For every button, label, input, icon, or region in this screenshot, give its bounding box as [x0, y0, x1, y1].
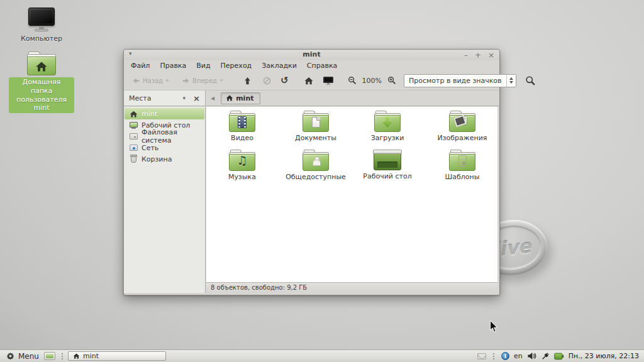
file-item-label: Музыка [207, 173, 277, 181]
stop-button[interactable] [260, 75, 274, 87]
menu-file[interactable]: Файл [131, 62, 150, 70]
music-note-icon: ♫ [228, 153, 256, 167]
location-button-home[interactable]: mint [221, 92, 260, 104]
templates-folder-icon: a [448, 150, 476, 171]
volume-icon[interactable] [527, 352, 536, 360]
file-item-label: Рабочий стол [352, 172, 423, 180]
desktop-icon-label: Домашняя папка пользователя mint [9, 77, 74, 113]
file-item-label: Общедоступные [280, 173, 351, 181]
update-manager-icon[interactable]: i [501, 352, 509, 360]
home-button[interactable] [301, 75, 316, 87]
back-button[interactable]: Назад [129, 75, 172, 87]
home-icon [73, 353, 80, 359]
mouse-cursor [489, 321, 499, 333]
menu-bar: Файл Правка Вид Переход Закладки Справка [124, 60, 499, 71]
title-bar[interactable]: ▾ mint – + × [124, 50, 499, 60]
places-title: Места [129, 94, 183, 102]
file-item-music[interactable]: ♫ Музыка [207, 150, 277, 181]
file-item-documents[interactable]: Документы [280, 111, 351, 142]
menu-edit[interactable]: Правка [160, 62, 186, 70]
network-icon[interactable] [541, 352, 550, 361]
close-button[interactable]: × [488, 52, 494, 59]
file-view[interactable]: Видео Документы Загрузки Изображения ♫ [206, 107, 497, 282]
view-mode-selector[interactable]: Просмотр в виде значков [404, 74, 516, 87]
places-sidebar: mint Рабочий стол Файловая система Сеть … [124, 107, 206, 293]
desktop-icon-home-folder[interactable]: Домашняя папка пользователя mint [9, 52, 74, 113]
menu-view[interactable]: Вид [196, 62, 210, 70]
path-bar: ◀ mint [206, 90, 499, 106]
refresh-button[interactable]: ↺ [278, 75, 291, 87]
menu-gear-icon [6, 352, 14, 360]
file-item-label: Изображения [427, 134, 497, 142]
file-item-label: Шаблоны [427, 173, 497, 181]
sidebar-item-label: mint [142, 110, 157, 118]
music-folder-icon: ♫ [228, 150, 256, 171]
home-folder-icon [26, 52, 57, 75]
menu-help[interactable]: Справка [307, 62, 337, 70]
places-header: Места ▾ × [124, 90, 206, 106]
home-icon [226, 94, 233, 102]
desktop-icon-label: Компьютер [9, 35, 74, 43]
header-row: Места ▾ × ◀ mint [124, 90, 499, 106]
places-collapse-icon[interactable]: ▾ [183, 95, 186, 101]
file-item-public[interactable]: Общедоступные [280, 150, 351, 181]
zoom-out-icon [348, 76, 357, 85]
menu-go[interactable]: Переход [221, 62, 252, 70]
file-item-label: Документы [280, 134, 351, 142]
sidebar-item-mint[interactable]: mint [125, 108, 204, 119]
maximize-button[interactable]: + [475, 52, 481, 59]
search-icon [525, 75, 536, 86]
places-close-icon[interactable]: × [193, 94, 200, 103]
network-icon [129, 144, 138, 152]
forward-label: Вперед [192, 77, 217, 84]
messages-tray-icon[interactable] [477, 353, 486, 359]
sidebar-item-label: Файловая система [142, 128, 204, 145]
keyboard-layout-indicator[interactable]: en [514, 352, 523, 360]
video-folder-icon [228, 111, 256, 132]
public-folder-icon [302, 150, 330, 171]
file-item-downloads[interactable]: Загрузки [352, 111, 423, 142]
path-scroll-left-icon[interactable]: ◀ [211, 96, 214, 101]
documents-folder-icon [302, 111, 330, 132]
back-dropdown-icon[interactable] [165, 78, 170, 83]
zoom-in-icon [387, 76, 396, 85]
zoom-out-button[interactable] [345, 75, 359, 86]
minimize-button[interactable]: – [464, 52, 468, 59]
file-item-desktop[interactable]: Рабочий стол [352, 150, 423, 180]
mint-menu-button[interactable]: Menu [0, 350, 44, 362]
computer-button[interactable] [320, 75, 336, 87]
view-mode-spinner[interactable] [506, 75, 516, 87]
taskbar-window-button[interactable]: mint [68, 351, 166, 361]
menu-bookmarks[interactable]: Закладки [262, 62, 297, 70]
forward-arrow-icon [181, 76, 191, 85]
sidebar-item-trash[interactable]: Корзина [125, 153, 204, 165]
toolbar: Назад Вперед ↺ 100% [124, 71, 499, 90]
clock[interactable]: Пн., 23 июля, 22:13 [569, 352, 639, 360]
window-title: mint [124, 50, 499, 58]
panel-separator [62, 353, 63, 360]
sidebar-item-filesystem[interactable]: Файловая система [125, 131, 204, 142]
desktop-icon-computer[interactable]: Компьютер [9, 8, 74, 43]
search-button[interactable] [523, 74, 538, 87]
menu-label: Menu [18, 352, 39, 361]
sidebar-item-label: Сеть [142, 144, 158, 152]
bottom-panel: Menu mint i en Пн., 23 июля, 22:13 [0, 349, 644, 362]
back-label: Назад [143, 77, 163, 84]
up-button[interactable] [240, 75, 255, 87]
desktop-folder-icon [374, 150, 401, 170]
stop-icon [262, 76, 272, 85]
location-label: mint [236, 94, 253, 102]
system-tray: i en Пн., 23 июля, 22:13 [477, 352, 644, 361]
zoom-in-button[interactable] [385, 75, 399, 86]
home-emblem-icon [35, 60, 48, 73]
forward-dropdown-icon[interactable] [219, 78, 224, 83]
file-item-templates[interactable]: a Шаблоны [427, 150, 497, 181]
up-arrow-icon [243, 76, 252, 85]
home-icon [304, 76, 314, 85]
file-item-videos[interactable]: Видео [207, 111, 277, 142]
file-item-pictures[interactable]: Изображения [427, 111, 497, 142]
forward-button[interactable]: Вперед [179, 75, 226, 87]
view-mode-value: Просмотр в виде значков [404, 77, 506, 85]
battery-icon[interactable] [554, 353, 564, 360]
show-desktop-button[interactable] [44, 352, 55, 360]
